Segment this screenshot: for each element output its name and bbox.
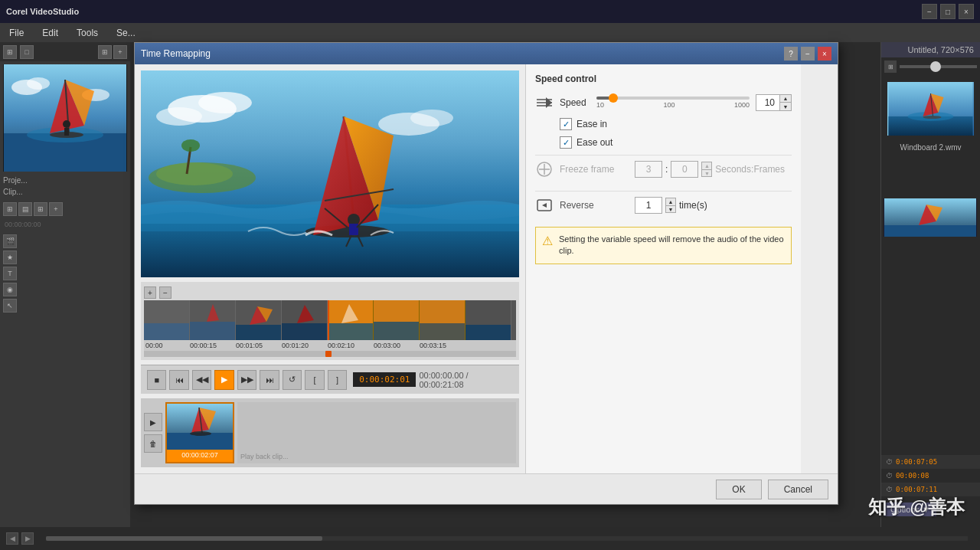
speed-label: Speed — [560, 97, 590, 108]
video-preview-area: + − — [135, 64, 525, 473]
left-tool-film[interactable]: 🎬 — [3, 234, 17, 248]
svg-point-15 — [27, 77, 50, 90]
loop-btn[interactable]: ↺ — [283, 370, 302, 390]
reverse-value: ▲ ▼ time(s) — [635, 197, 707, 214]
reverse-up-btn[interactable]: ▲ — [665, 198, 676, 205]
minimize-btn[interactable]: − — [922, 4, 937, 19]
tool-icon-2[interactable]: □ — [20, 45, 34, 59]
left-icon-3[interactable]: ⊞ — [34, 202, 47, 216]
speed-max: 1000 — [734, 101, 750, 109]
timeline-frame-3 — [236, 300, 282, 340]
cancel-button[interactable]: Cancel — [768, 480, 828, 499]
timeline-area: + − — [141, 282, 519, 360]
right-panel: Untitled, 720×576 ⊞ — [880, 42, 980, 550]
tool-icon-3[interactable]: ⊞ — [98, 45, 112, 59]
speed-down-btn[interactable]: ▼ — [780, 103, 791, 110]
clip-item[interactable]: 00:00:02:07 — [165, 402, 234, 463]
freeze-frame-value: : ▲ ▼ Seconds:Frames — [635, 161, 785, 178]
speed-control-title: Speed control — [535, 74, 792, 84]
reverse-unit: time(s) — [679, 200, 707, 211]
clip-delete-btn[interactable]: 🗑 — [144, 434, 162, 453]
speed-slider-container[interactable]: 10 100 1000 — [596, 97, 750, 109]
reverse-row: Reverse ▲ ▼ time(s) — [535, 191, 792, 219]
options-button[interactable]: Options ▼ — [884, 503, 936, 516]
menu-file[interactable]: File — [6, 26, 27, 40]
menu-tools[interactable]: Tools — [74, 26, 101, 40]
speed-slider[interactable] — [596, 97, 750, 100]
ease-out-check: ✓ — [563, 138, 570, 148]
mark-in-btn[interactable]: [ — [305, 370, 324, 390]
left-icon-2[interactable]: ▤ — [18, 202, 32, 216]
svg-rect-8 — [884, 225, 976, 237]
next-btn[interactable]: ⏭ — [260, 370, 279, 390]
speed-slider-thumb[interactable] — [609, 93, 618, 103]
left-icon-4[interactable]: + — [49, 202, 63, 216]
speed-up-btn[interactable]: ▲ — [780, 95, 791, 103]
freeze-seconds-input[interactable] — [635, 161, 662, 178]
dialog-minimize-btn[interactable]: − — [801, 47, 815, 61]
reverse-label: Reverse — [560, 200, 629, 211]
speed-marks: 10 100 1000 — [596, 101, 750, 109]
back-btn[interactable]: ◀ — [6, 532, 18, 545]
timeline-frame-5-active — [328, 300, 374, 340]
clip-name: Windboard 2.wmv — [881, 142, 980, 153]
window-controls: − □ × — [922, 4, 974, 19]
svg-point-30 — [156, 162, 233, 185]
svg-marker-75 — [546, 97, 552, 108]
timeline-frame-4 — [282, 300, 328, 340]
speed-control-panel: Speed control Speed — [525, 64, 801, 473]
ease-out-checkbox[interactable]: ✓ — [560, 136, 572, 149]
freeze-unit: Seconds:Frames — [715, 164, 785, 175]
close-btn[interactable]: × — [959, 4, 974, 19]
svg-point-28 — [410, 110, 453, 126]
step-fwd-btn[interactable]: ▶▶ — [237, 370, 256, 390]
left-icon-1[interactable]: ⊞ — [3, 202, 17, 216]
ease-in-check: ✓ — [563, 119, 570, 129]
clip-add-btn[interactable]: ▶ — [144, 413, 162, 431]
fwd-btn[interactable]: ▶ — [21, 532, 34, 545]
step-back-btn[interactable]: ◀◀ — [192, 370, 211, 390]
reverse-down-btn[interactable]: ▼ — [665, 205, 676, 213]
ease-in-checkbox[interactable]: ✓ — [560, 118, 572, 130]
dialog-title: Time Remapping — [141, 48, 211, 59]
svg-rect-22 — [64, 128, 69, 136]
zoom-out-btn[interactable]: − — [159, 286, 172, 299]
speed-value: 10 — [756, 96, 779, 110]
freeze-up-btn[interactable]: ▲ — [701, 162, 712, 169]
menu-se[interactable]: Se... — [113, 26, 139, 40]
tool-icon-1[interactable]: ⊞ — [3, 45, 17, 59]
stop-btn[interactable]: ■ — [147, 370, 166, 390]
project-label: Proje... — [0, 175, 130, 186]
tool-icon-4[interactable]: + — [113, 45, 127, 59]
left-tool-motion[interactable]: ◉ — [3, 283, 17, 296]
left-tool-fx[interactable]: ★ — [3, 250, 17, 264]
left-tool-cursor[interactable]: ↖ — [3, 299, 17, 313]
svg-point-21 — [63, 120, 70, 128]
freeze-frames-input[interactable] — [671, 161, 698, 178]
dialog-close-btn[interactable]: × — [818, 47, 831, 61]
svg-rect-65 — [466, 325, 511, 340]
warning-icon: ⚠ — [542, 234, 553, 257]
ok-button[interactable]: OK — [716, 480, 761, 499]
timeline-frame-6-active — [374, 300, 420, 340]
play-btn[interactable]: ▶ — [214, 370, 234, 390]
mark-out-btn[interactable]: ] — [328, 370, 347, 390]
app-preview-area — [3, 64, 127, 172]
dialog-help-btn[interactable]: ? — [784, 47, 798, 61]
timeline-frame-1 — [144, 300, 190, 340]
menu-edit[interactable]: Edit — [39, 26, 61, 40]
zoom-in-btn[interactable]: + — [144, 286, 156, 299]
warning-text: Setting the variable speed will remove t… — [559, 234, 785, 257]
maximize-btn[interactable]: □ — [940, 4, 956, 19]
left-tool-text[interactable]: T — [3, 267, 17, 280]
freeze-down-btn[interactable]: ▼ — [701, 169, 712, 177]
menu-bar: File Edit Tools Se... — [0, 23, 980, 42]
transport-bar: ■ ⏮ ◀◀ ▶ ▶▶ ⏭ ↺ [ ] 0:00:02:01 00:00:00.… — [141, 365, 519, 394]
reverse-arrows: ▲ ▼ — [665, 198, 676, 213]
prev-btn[interactable]: ⏮ — [169, 370, 188, 390]
timeline-zoom-row: + − — [141, 285, 519, 300]
current-time-display: 0:00:02:01 — [353, 372, 416, 387]
reverse-input[interactable] — [635, 197, 662, 214]
ruler-2: 00:01:05 — [236, 342, 263, 349]
warning-box: ⚠ Setting the variable speed will remove… — [535, 227, 792, 264]
